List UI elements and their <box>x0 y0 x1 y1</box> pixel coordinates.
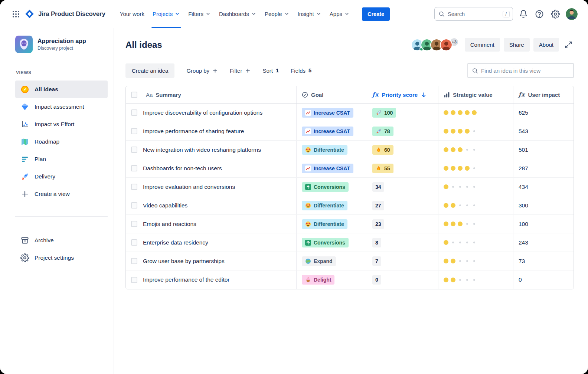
idea-summary[interactable]: Improve evaluation and conversions <box>143 184 235 190</box>
strategic-value-cell[interactable] <box>438 270 513 289</box>
strategic-value-cell[interactable] <box>438 159 513 177</box>
column-header-summary[interactable]: Aa Summary <box>126 86 297 103</box>
user-impact-cell: 434 <box>513 178 574 196</box>
idea-summary[interactable]: Video capabilities <box>143 202 187 209</box>
nav-your-work[interactable]: Your work <box>116 0 148 28</box>
column-header-strategic-value[interactable]: Strategic value <box>438 86 513 103</box>
select-all-checkbox[interactable] <box>131 92 137 98</box>
sidebar-item-delivery[interactable]: Delivery <box>15 168 108 185</box>
priority-score-cell: 7 <box>367 252 438 270</box>
table-row[interactable]: Improve discoverability of configuration… <box>126 104 574 122</box>
row-checkbox[interactable] <box>131 258 137 264</box>
idea-summary[interactable]: Enterprise data residency <box>143 239 208 246</box>
table-row[interactable]: Grow user base by partnerships Expand 7 … <box>126 252 574 270</box>
row-checkbox[interactable] <box>131 128 137 134</box>
user-impact-value: 625 <box>519 109 528 116</box>
sidebar-item-impact-assessment[interactable]: Impact assessment <box>15 98 108 115</box>
goal-chip[interactable]: Increase CSAT <box>302 108 353 118</box>
idea-summary[interactable]: Improve performance of sharing feature <box>143 128 244 135</box>
sidebar-item-project-settings[interactable]: Project settings <box>15 249 108 266</box>
nav-insight[interactable]: Insight <box>294 0 326 28</box>
delivery-rocket-icon <box>20 172 29 181</box>
goal-chip[interactable]: Differentiate <box>302 219 347 229</box>
goal-chip[interactable]: Differentiate <box>302 201 347 210</box>
group-by-button[interactable]: Group by <box>181 64 223 78</box>
column-header-user-impact[interactable]: ƒx User impact <box>513 86 574 103</box>
column-header-goal[interactable]: Goal <box>297 86 367 103</box>
find-idea-search[interactable] <box>467 63 574 78</box>
row-checkbox[interactable] <box>131 184 137 190</box>
presence-avatar[interactable] <box>440 39 453 51</box>
goal-chip[interactable]: Conversions <box>302 182 349 192</box>
sidebar-item-all-ideas[interactable]: All ideas <box>15 81 108 98</box>
brand[interactable]: Jira Product Discovery <box>24 9 105 19</box>
global-search[interactable]: / <box>434 7 513 21</box>
strategic-value-cell[interactable] <box>438 122 513 140</box>
column-header-priority-score[interactable]: ƒx Priority score <box>367 86 438 103</box>
sidebar-item-impact-vs-effort[interactable]: Impact vs Effort <box>15 115 108 133</box>
settings-gear-icon[interactable] <box>550 9 561 20</box>
goal-chip[interactable]: Increase CSAT <box>302 164 353 173</box>
sidebar-item-plan[interactable]: Plan <box>15 150 108 168</box>
table-row[interactable]: Dashboards for non-tech users Increase C… <box>126 159 574 178</box>
table-row[interactable]: Improve performance of sharing feature I… <box>126 122 574 141</box>
sort-button[interactable]: Sort 1 <box>257 64 284 78</box>
sidebar-item-archive[interactable]: Archive <box>15 232 108 249</box>
project-header[interactable]: Appreciation app Discovery project <box>15 36 108 53</box>
comment-button[interactable]: Comment <box>465 38 500 52</box>
share-button[interactable]: Share <box>504 38 530 52</box>
goal-chip[interactable]: Delight <box>302 275 334 285</box>
chevron-down-icon <box>344 11 350 17</box>
strategic-value-cell[interactable] <box>438 196 513 214</box>
table-row[interactable]: Enterprise data residency Conversions 8 … <box>126 233 574 252</box>
row-checkbox[interactable] <box>131 221 137 227</box>
create-idea-button[interactable]: Create an idea <box>125 63 174 78</box>
app-switcher-icon[interactable] <box>10 9 22 20</box>
idea-summary[interactable]: Dashboards for non-tech users <box>143 165 222 172</box>
sidebar-item-roadmap[interactable]: Roadmap <box>15 133 108 150</box>
fields-button[interactable]: Fields 5 <box>285 64 317 78</box>
fullscreen-expand-icon[interactable] <box>563 39 574 50</box>
row-checkbox[interactable] <box>131 147 137 153</box>
filter-button[interactable]: Filter <box>225 64 256 78</box>
table-row[interactable]: Improve evaluation and conversions Conve… <box>126 178 574 196</box>
nav-projects[interactable]: Projects <box>148 0 184 28</box>
user-avatar[interactable] <box>566 8 578 20</box>
strategic-value-cell[interactable] <box>438 252 513 270</box>
search-input[interactable] <box>448 11 500 17</box>
goal-chip[interactable]: Differentiate <box>302 145 347 155</box>
goal-chip[interactable]: Conversions <box>302 238 349 247</box>
notifications-bell-icon[interactable] <box>518 9 529 20</box>
row-checkbox[interactable] <box>131 202 137 209</box>
nav-dashboards[interactable]: Dashboards <box>215 0 261 28</box>
goal-chip[interactable]: Expand <box>302 256 336 266</box>
nav-people[interactable]: People <box>261 0 294 28</box>
strategic-value-cell[interactable] <box>438 178 513 196</box>
row-checkbox[interactable] <box>131 277 137 283</box>
strategic-value-cell[interactable] <box>438 104 513 122</box>
idea-summary[interactable]: Emojis and reactions <box>143 221 196 227</box>
row-checkbox[interactable] <box>131 239 137 246</box>
sidebar-divider <box>15 216 108 217</box>
row-checkbox[interactable] <box>131 165 137 171</box>
nav-apps[interactable]: Apps <box>326 0 354 28</box>
about-button[interactable]: About <box>533 38 559 52</box>
find-idea-input[interactable] <box>481 68 569 74</box>
strategic-value-cell[interactable] <box>438 233 513 252</box>
strategic-value-cell[interactable] <box>438 215 513 233</box>
idea-summary[interactable]: Improve performance of the editor <box>143 276 229 283</box>
idea-summary[interactable]: Grow user base by partnerships <box>143 258 225 265</box>
table-row[interactable]: New integration with video resharing pla… <box>126 141 574 159</box>
table-row[interactable]: Video capabilities Differentiate 27 300 <box>126 196 574 215</box>
goal-chip[interactable]: Increase CSAT <box>302 127 353 136</box>
create-button[interactable]: Create <box>362 7 390 21</box>
idea-summary[interactable]: Improve discoverability of configuration… <box>143 109 262 116</box>
nav-filters[interactable]: Filters <box>184 0 215 28</box>
strategic-value-cell[interactable] <box>438 141 513 159</box>
row-checkbox[interactable] <box>131 109 137 116</box>
table-row[interactable]: Improve performance of the editor Deligh… <box>126 270 574 289</box>
help-icon[interactable] <box>534 9 545 20</box>
table-row[interactable]: Emojis and reactions Differentiate 23 10… <box>126 215 574 233</box>
idea-summary[interactable]: New integration with video resharing pla… <box>143 147 261 153</box>
sidebar-item-create-a-view[interactable]: Create a view <box>15 185 108 203</box>
